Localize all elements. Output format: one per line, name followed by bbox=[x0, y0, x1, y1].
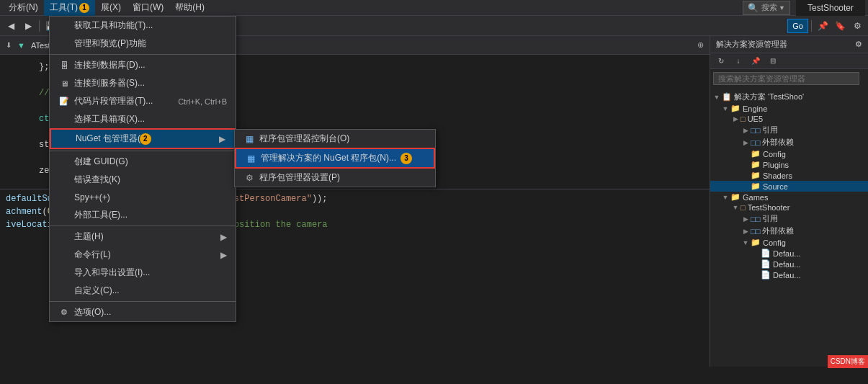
solution-explorer-header: 解决方案资源管理器 ⚙ bbox=[710, 36, 868, 53]
menu-nuget[interactable]: NuGet 包管理器(N) 2 ▶ ▦ 程序包管理器控制台(O) ▦ 管理解决方… bbox=[50, 128, 236, 149]
menu-spy[interactable]: Spy++(+) bbox=[50, 189, 236, 206]
ext-deps-icon: □□ bbox=[751, 227, 760, 236]
folder-icon: □ bbox=[741, 203, 746, 212]
tree-refs1[interactable]: ▶ □□ 引用 bbox=[710, 124, 868, 136]
tree-solution[interactable]: ▼ 📋 解决方案 'TestShoo' bbox=[710, 91, 868, 103]
blank-icon bbox=[58, 174, 70, 186]
file-icon: 📄 bbox=[761, 249, 771, 258]
menu-customize[interactable]: 自定义(C)... bbox=[50, 282, 236, 300]
folder-icon: 📁 bbox=[751, 182, 761, 191]
folder-icon: 📁 bbox=[751, 238, 761, 247]
menu-snippet-mgr[interactable]: 📝 代码片段管理器(T)... Ctrl+K, Ctrl+B bbox=[50, 92, 236, 110]
folder-icon: 📁 bbox=[730, 104, 741, 113]
menu-connect-server[interactable]: 🖥 连接到服务器(S)... bbox=[50, 74, 236, 92]
manage-icon: ▦ bbox=[245, 153, 256, 164]
terminal-icon: ▦ bbox=[243, 133, 255, 145]
active-tab[interactable]: TestShooter bbox=[796, 0, 865, 16]
toolbar-bookmark[interactable]: 🔖 bbox=[832, 18, 848, 34]
blank-icon bbox=[58, 249, 70, 261]
submenu-manage-nuget[interactable]: ▦ 管理解决方案的 NuGet 程序包(N)... 3 bbox=[235, 148, 435, 169]
chevron-down-icon: ▼ bbox=[720, 105, 730, 112]
search-toolbar[interactable]: 🔍 搜索 ▼ bbox=[743, 1, 790, 15]
tree-ext-deps2[interactable]: ▶ □□ 外部依赖 bbox=[710, 225, 868, 237]
sep1 bbox=[39, 20, 40, 32]
menu-tools[interactable]: 工具(T) 1 bbox=[44, 0, 95, 16]
sep2 bbox=[50, 151, 236, 151]
menu-window[interactable]: 窗口(W) bbox=[127, 0, 169, 16]
sync-btn[interactable]: ↻ bbox=[713, 53, 729, 69]
tree-config1[interactable]: 📁 Config bbox=[710, 148, 868, 159]
folder-icon: □ bbox=[741, 115, 746, 123]
blank-icon bbox=[58, 114, 70, 125]
tools-badge: 1 bbox=[79, 3, 89, 13]
folder-icon: 📁 bbox=[751, 149, 761, 158]
tree-defau1[interactable]: 📄 Defau... bbox=[710, 248, 868, 259]
toolbar-pin[interactable]: 📌 bbox=[815, 18, 831, 34]
tree-container: ▼ 📋 解决方案 'TestShoo' ▼ 📁 Engine ▶ □ UE5 bbox=[710, 88, 868, 367]
chevron-down-icon: ▼ bbox=[712, 94, 722, 101]
tree-shaders[interactable]: 📁 Shaders bbox=[710, 170, 868, 181]
blank-icon bbox=[58, 38, 70, 50]
chevron-right-icon: ▶ bbox=[741, 228, 751, 235]
tree-defau2[interactable]: 📄 Defau... bbox=[710, 259, 868, 269]
menu-help[interactable]: 帮助(H) bbox=[169, 0, 210, 16]
refresh-btn[interactable]: ↓ bbox=[730, 53, 746, 69]
solution-icon: 📋 bbox=[722, 92, 732, 102]
nuget-icon bbox=[60, 133, 71, 145]
db-icon: 🗄 bbox=[58, 60, 70, 71]
toolbar-back[interactable]: ◀ bbox=[3, 18, 19, 34]
toolbar-fwd[interactable]: ▶ bbox=[20, 18, 36, 34]
folder-icon: 📁 bbox=[751, 171, 761, 180]
menu-options[interactable]: ⚙ 选项(O)... bbox=[50, 303, 236, 321]
go-button[interactable]: Go bbox=[787, 19, 808, 33]
tree-testshooter[interactable]: ▼ □ TestShooter bbox=[710, 202, 868, 213]
pin-btn[interactable]: 📌 bbox=[748, 53, 764, 69]
nuget-submenu-badge: 3 bbox=[401, 153, 412, 164]
search-input[interactable] bbox=[713, 72, 859, 85]
ext-deps-icon: □□ bbox=[751, 138, 760, 147]
sep4 bbox=[811, 20, 812, 32]
tree-refs2[interactable]: ▶ □□ 引用 bbox=[710, 213, 868, 225]
snippet-icon: 📝 bbox=[58, 96, 70, 107]
menu-connect-db[interactable]: 🗄 连接到数据库(D)... bbox=[50, 56, 236, 74]
toolbar-settings[interactable]: ⚙ bbox=[849, 18, 865, 34]
refs-icon: □□ bbox=[751, 126, 760, 135]
tree-ext-deps1[interactable]: ▶ □□ 外部依赖 bbox=[710, 136, 868, 148]
tree-plugins[interactable]: 📁 Plugins bbox=[710, 159, 868, 170]
menu-view[interactable]: 展(X) bbox=[95, 0, 127, 16]
csdn-watermark: CSDN博客 bbox=[828, 355, 868, 368]
menu-get-tools[interactable]: 获取工具和功能(T)... bbox=[50, 17, 236, 35]
blank-icon bbox=[58, 20, 70, 32]
tools-dropdown: 获取工具和功能(T)... 管理和预览(P)功能 🗄 连接到数据库(D)... … bbox=[49, 16, 236, 322]
chevron-right-icon: ▶ bbox=[741, 139, 751, 146]
blank-icon bbox=[58, 285, 70, 297]
menu-analyze[interactable]: 分析(N) bbox=[3, 0, 44, 16]
tree-ue5[interactable]: ▶ □ UE5 bbox=[710, 114, 868, 124]
tree-defau3[interactable]: 📄 Defau... bbox=[710, 269, 868, 280]
tree-config2[interactable]: ▼ 📁 Config bbox=[710, 237, 868, 248]
collapse-btn[interactable]: ⊟ bbox=[765, 53, 781, 69]
submenu-arrow-icon: ▶ bbox=[220, 232, 227, 242]
menu-cmdline[interactable]: 命令行(L) ▶ bbox=[50, 246, 236, 264]
menu-toolbox-items[interactable]: 选择工具箱项(X)... bbox=[50, 110, 236, 128]
menu-manage-preview[interactable]: 管理和预览(P)功能 bbox=[50, 35, 236, 53]
search-icon: 🔍 bbox=[748, 3, 759, 13]
submenu-pkg-settings[interactable]: ⚙ 程序包管理器设置(P) bbox=[235, 169, 435, 187]
menu-create-guid[interactable]: 创建 GUID(G) bbox=[50, 153, 236, 171]
submenu-pkg-console[interactable]: ▦ 程序包管理器控制台(O) bbox=[235, 130, 435, 148]
menu-error-lookup[interactable]: 错误查找(K) bbox=[50, 171, 236, 189]
folder-icon: 📁 bbox=[730, 192, 741, 202]
chevron-down-icon: ▼ bbox=[730, 204, 741, 211]
gear-icon: ⚙ bbox=[243, 172, 255, 184]
submenu-arrow-icon: ▶ bbox=[219, 134, 225, 144]
menu-themes[interactable]: 主题(H) ▶ bbox=[50, 228, 236, 246]
menu-ext-tools[interactable]: 外部工具(E)... bbox=[50, 206, 236, 224]
chevron-right-icon: ▶ bbox=[741, 215, 751, 223]
tree-source[interactable]: 📁 Source bbox=[710, 181, 868, 192]
sep4 bbox=[50, 301, 236, 302]
nuget-badge: 2 bbox=[140, 133, 151, 145]
settings-icon[interactable]: ⚙ bbox=[855, 40, 862, 49]
menu-import-export[interactable]: 导入和导出设置(I)... bbox=[50, 264, 236, 282]
tree-games[interactable]: ▼ 📁 Games bbox=[710, 192, 868, 202]
tree-engine[interactable]: ▼ 📁 Engine bbox=[710, 103, 868, 114]
